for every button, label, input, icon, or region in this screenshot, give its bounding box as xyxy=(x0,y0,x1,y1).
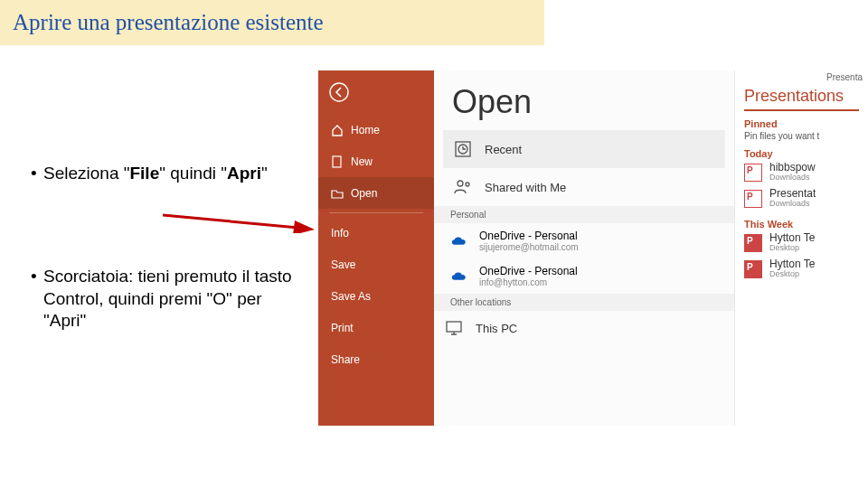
svg-point-2 xyxy=(330,83,348,101)
svg-rect-3 xyxy=(333,156,341,167)
instruction-text: • Seleziona "File" quindi "Apri" • Scorc… xyxy=(31,163,302,413)
nav-open[interactable]: Open xyxy=(318,177,434,209)
app-title-fragment: Presenta xyxy=(826,72,863,82)
svg-point-6 xyxy=(458,181,463,186)
recent-file-2[interactable]: PresentatDownloads xyxy=(744,185,859,211)
svg-line-0 xyxy=(163,215,298,228)
recent-file-3[interactable]: Hytton TeDesktop xyxy=(744,230,859,256)
new-icon xyxy=(331,155,344,168)
nav-saveas[interactable]: Save As xyxy=(318,280,434,312)
location-thispc[interactable]: This PC xyxy=(434,311,734,345)
svg-point-7 xyxy=(466,183,469,186)
home-icon xyxy=(331,124,344,136)
ppt-icon xyxy=(744,260,762,278)
slide-title: Aprire una presentazione esistente xyxy=(0,0,544,45)
pc-icon xyxy=(443,317,465,339)
pinned-label: Pinned xyxy=(744,118,859,129)
onedrive-icon xyxy=(450,269,470,284)
nav-share[interactable]: Share xyxy=(318,343,434,375)
other-locations-label: Other locations xyxy=(434,294,734,311)
back-arrow-icon xyxy=(329,82,349,102)
b1-file: File xyxy=(129,164,159,183)
pptx-icon xyxy=(744,164,762,182)
pptx-icon xyxy=(744,190,762,208)
b1-text: Seleziona " xyxy=(43,164,129,183)
open-heading: Open xyxy=(434,70,734,130)
personal-label: Personal xyxy=(434,206,734,223)
nav-print[interactable]: Print xyxy=(318,312,434,343)
onedrive-2[interactable]: OneDrive - Personal info@hytton.com xyxy=(434,258,734,294)
pointer-arrow xyxy=(163,206,316,233)
location-recent[interactable]: Recent xyxy=(443,130,725,168)
back-button[interactable] xyxy=(318,70,434,114)
recent-file-1[interactable]: hibbspowDownloads xyxy=(744,159,859,185)
ppt-icon xyxy=(744,234,762,252)
bullet-2: • Scorciatoia: tieni premuto il tasto Co… xyxy=(31,266,302,332)
nav-new[interactable]: New xyxy=(318,145,434,177)
today-label: Today xyxy=(744,148,859,159)
recent-icon xyxy=(452,138,474,160)
recent-file-4[interactable]: Hytton TeDesktop xyxy=(744,256,859,282)
open-locations-panel: Open Recent Shared with Me Personal OneD… xyxy=(434,70,735,426)
recent-files-panel: Presentations Pinned Pin files you want … xyxy=(735,70,868,426)
shared-icon xyxy=(452,176,474,198)
open-folder-icon xyxy=(331,187,344,200)
bullet-1: • Seleziona "File" quindi "Apri" xyxy=(31,163,302,184)
thisweek-label: This Week xyxy=(744,219,859,230)
svg-marker-1 xyxy=(293,221,315,233)
nav-save[interactable]: Save xyxy=(318,249,434,280)
nav-home[interactable]: Home xyxy=(318,114,434,145)
nav-info[interactable]: Info xyxy=(318,217,434,249)
backstage-nav: Home New Open Info Save Save As Print Sh… xyxy=(318,70,434,426)
onedrive-1[interactable]: OneDrive - Personal sijujerome@hotmail.c… xyxy=(434,223,734,258)
location-shared[interactable]: Shared with Me xyxy=(443,168,725,206)
pinned-note: Pin files you want t xyxy=(744,131,859,141)
svg-rect-8 xyxy=(447,322,461,332)
powerpoint-screenshot: Presenta Home New Open Info Save Save As… xyxy=(318,70,868,426)
b1-apri: Apri xyxy=(227,164,261,183)
onedrive-icon xyxy=(450,234,470,249)
